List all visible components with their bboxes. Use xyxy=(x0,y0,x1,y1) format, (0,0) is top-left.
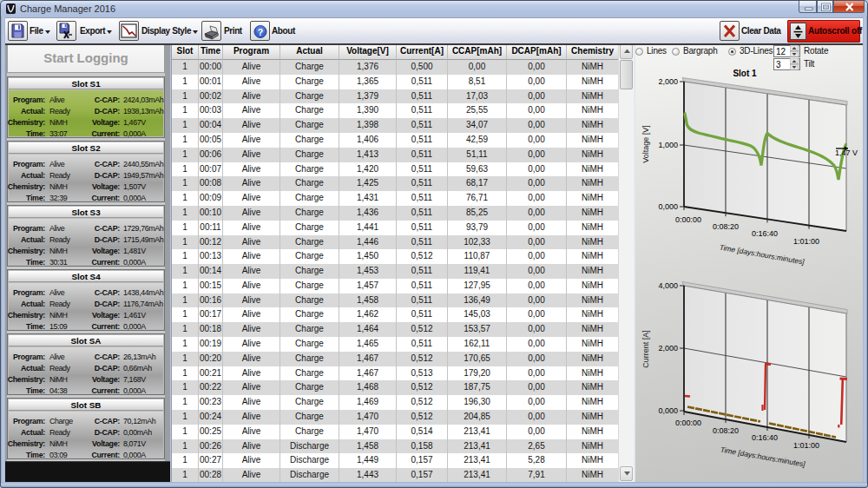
svg-text:0:08:20: 0:08:20 xyxy=(713,222,739,231)
svg-text:2,000: 2,000 xyxy=(658,77,678,86)
svg-text:0:00:00: 0:00:00 xyxy=(675,419,701,427)
svg-text:0:08:20: 0:08:20 xyxy=(713,426,739,435)
svg-text:1,000: 1,000 xyxy=(658,141,678,149)
svg-text:0:16:40: 0:16:40 xyxy=(752,433,778,442)
svg-text:Time [days:hours:minutes]: Time [days:hours:minutes] xyxy=(719,243,806,267)
svg-text:1:01:00: 1:01:00 xyxy=(793,441,819,450)
svg-text:0,000: 0,000 xyxy=(658,202,678,211)
svg-text:Voltage [V]: Voltage [V] xyxy=(641,125,650,163)
svg-text:1:01:00: 1:01:00 xyxy=(793,237,819,246)
svg-text:Slot 1: Slot 1 xyxy=(733,69,757,78)
svg-text:Current [A]: Current [A] xyxy=(641,330,650,368)
svg-text:0:16:40: 0:16:40 xyxy=(752,229,778,238)
svg-text:2,000: 2,000 xyxy=(658,344,678,353)
svg-text:0:00:00: 0:00:00 xyxy=(675,215,701,224)
svg-text:4,000: 4,000 xyxy=(658,281,678,290)
svg-text:?: ? xyxy=(258,27,263,37)
svg-text:1,47 V: 1,47 V xyxy=(835,148,858,157)
svg-text:0,000: 0,000 xyxy=(658,406,678,415)
